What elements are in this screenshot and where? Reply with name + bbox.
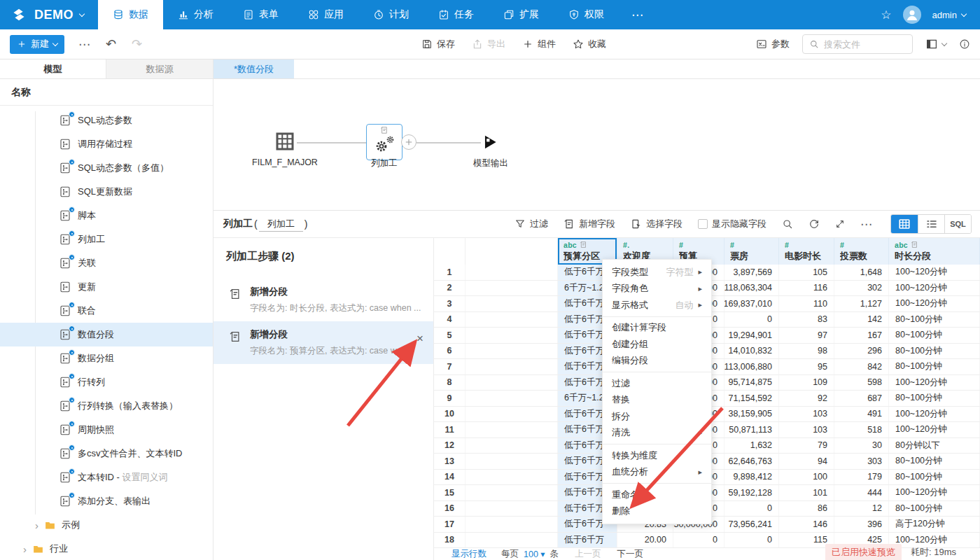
- cell[interactable]: 100~120分钟: [889, 265, 980, 280]
- nav-tab-数据[interactable]: 数据: [98, 0, 163, 29]
- next-page-button[interactable]: 下一页: [617, 548, 644, 560]
- sidebar-item[interactable]: SQL动态参数: [0, 108, 213, 132]
- tab-document[interactable]: *数值分段: [214, 59, 294, 78]
- panel-more-button[interactable]: ⋯: [860, 217, 872, 232]
- cell[interactable]: 169,837,010: [724, 296, 779, 312]
- output-node-icon[interactable]: [481, 133, 499, 151]
- cell[interactable]: 142: [834, 312, 889, 328]
- menu-item-重命名[interactable]: 重命名: [603, 486, 711, 503]
- cell[interactable]: 95: [779, 359, 834, 374]
- table-node-icon[interactable]: [274, 131, 295, 152]
- sidebar-item[interactable]: 周期快照: [0, 418, 213, 442]
- panel-name-field[interactable]: 列加工: [259, 217, 303, 232]
- cell[interactable]: 100~120分钟: [889, 296, 980, 312]
- sidebar-item[interactable]: 数据分组: [0, 346, 213, 370]
- redo-button[interactable]: ↷: [132, 36, 142, 52]
- sidebar-item[interactable]: 更新: [0, 275, 213, 299]
- list-view-button[interactable]: [918, 215, 944, 233]
- cell[interactable]: 101: [779, 485, 834, 500]
- sidebar-item[interactable]: 列加工: [0, 227, 213, 251]
- cell[interactable]: 146: [779, 517, 834, 532]
- cell[interactable]: 687: [834, 391, 889, 406]
- show-hidden-toggle[interactable]: 显示隐藏字段: [698, 218, 766, 230]
- cell[interactable]: 83: [779, 312, 834, 328]
- menu-item-血统分析[interactable]: 血统分析▸: [603, 464, 711, 481]
- cell[interactable]: 73,956,241: [724, 517, 779, 532]
- cell[interactable]: 100: [779, 470, 834, 485]
- sidebar-item[interactable]: SQL更新数据: [0, 180, 213, 204]
- cell[interactable]: 118,063,304: [724, 281, 779, 296]
- menu-item-拆分[interactable]: 拆分: [603, 408, 711, 425]
- cell[interactable]: 80~100分钟: [889, 391, 980, 406]
- step-item[interactable]: 新增分段字段名为: 预算分区, 表达式为: case w...×: [214, 321, 433, 364]
- cell[interactable]: 高于120分钟: [889, 517, 980, 532]
- sidebar-folder-行业[interactable]: ›行业: [0, 537, 213, 560]
- cell[interactable]: 598: [834, 375, 889, 391]
- cell[interactable]: 12: [834, 501, 889, 517]
- sql-view-button[interactable]: SQL: [944, 215, 971, 233]
- cell[interactable]: 94: [779, 454, 834, 469]
- save-button[interactable]: 保存: [421, 38, 455, 50]
- cell[interactable]: 19,294,901: [724, 328, 779, 343]
- cell[interactable]: 0: [724, 312, 779, 328]
- sidebar-item[interactable]: 调用存储过程: [0, 132, 213, 156]
- cell[interactable]: 444: [834, 485, 889, 500]
- cell[interactable]: 97: [779, 328, 834, 343]
- favorite-button[interactable]: 收藏: [573, 38, 606, 50]
- menu-item-创建分组[interactable]: 创建分组: [603, 336, 711, 353]
- cell[interactable]: 14,010,832: [724, 344, 779, 359]
- cell[interactable]: 20.00: [617, 533, 673, 548]
- cell[interactable]: 86: [779, 501, 834, 517]
- nav-tab-分析[interactable]: 分析: [163, 0, 228, 29]
- tab-datasource[interactable]: 数据源: [106, 59, 214, 78]
- step-item[interactable]: 新增分段字段名为: 时长分段, 表达式为: case when ...: [214, 279, 433, 321]
- cell[interactable]: 100~120分钟: [889, 485, 980, 500]
- cell[interactable]: 179: [834, 470, 889, 485]
- cell[interactable]: 80~100分钟: [889, 359, 980, 374]
- cell[interactable]: 80分钟以下: [889, 438, 980, 454]
- sidebar-item[interactable]: 行列转换（输入表替换）: [0, 394, 213, 418]
- refresh-icon[interactable]: [808, 218, 820, 230]
- cell[interactable]: 1,648: [834, 265, 889, 280]
- menu-item-过滤[interactable]: 过滤: [603, 375, 711, 392]
- undo-button[interactable]: ↶: [106, 36, 116, 52]
- cell[interactable]: 842: [834, 359, 889, 374]
- menu-item-替换[interactable]: 替换: [603, 392, 711, 409]
- cell[interactable]: 296: [834, 344, 889, 359]
- cell[interactable]: 80~100分钟: [889, 501, 980, 517]
- cell[interactable]: 50,871,113: [724, 422, 779, 438]
- cell[interactable]: 30: [834, 438, 889, 454]
- toolbar-more-button[interactable]: ⋯: [78, 37, 90, 52]
- nav-tab-权限[interactable]: 权限: [554, 0, 619, 29]
- menu-item-编辑分段[interactable]: 编辑分段: [603, 353, 711, 370]
- logo[interactable]: DEMO: [0, 0, 98, 29]
- cell[interactable]: 0: [673, 533, 724, 548]
- new-button[interactable]: 新建: [10, 35, 64, 54]
- add-field-button[interactable]: 新增字段: [564, 218, 615, 230]
- cell[interactable]: 0: [724, 501, 779, 517]
- checkbox[interactable]: [698, 219, 708, 229]
- process-node[interactable]: [366, 124, 402, 160]
- per-page-select[interactable]: 100 ▾: [524, 549, 545, 559]
- cell[interactable]: 3,897,569: [724, 265, 779, 280]
- avatar[interactable]: [903, 6, 921, 24]
- menu-item-清洗[interactable]: 清洗▸: [603, 425, 711, 442]
- column-header-电影时长[interactable]: #电影时长: [779, 238, 834, 265]
- menu-item-字段类型[interactable]: 字段类型字符型▸: [603, 264, 711, 281]
- menu-item-删除[interactable]: 删除: [603, 503, 711, 520]
- close-icon[interactable]: ×: [416, 332, 424, 344]
- column-header-票房[interactable]: #票房: [724, 238, 779, 265]
- menu-item-显示格式[interactable]: 显示格式自动▸: [603, 297, 711, 314]
- select-field-button[interactable]: 选择字段: [631, 218, 682, 230]
- filter-button[interactable]: 过滤: [514, 218, 548, 230]
- cell[interactable]: 302: [834, 281, 889, 296]
- user-menu[interactable]: admin: [932, 10, 966, 20]
- sidebar-folder-示例[interactable]: ›示例: [0, 513, 213, 537]
- cell[interactable]: 100~120分钟: [889, 375, 980, 391]
- show-rows-link[interactable]: 显示行数: [451, 548, 486, 560]
- cell[interactable]: 109: [779, 375, 834, 391]
- cell[interactable]: 167: [834, 328, 889, 343]
- column-header-时长分段[interactable]: abc时长分段: [889, 238, 980, 265]
- prev-page-button[interactable]: 上一页: [575, 548, 601, 560]
- cell[interactable]: 100~120分钟: [889, 281, 980, 296]
